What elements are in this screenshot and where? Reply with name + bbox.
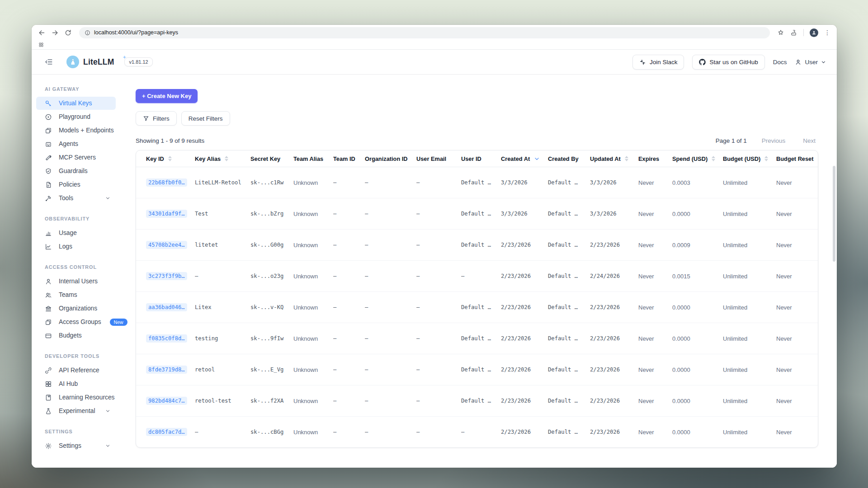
credit-card-icon: [45, 332, 52, 339]
address-bar[interactable]: localhost:4000/ui/?page=api-keys: [79, 27, 770, 38]
sidebar-item-playground[interactable]: Playground: [36, 110, 116, 123]
column-header-key-alias[interactable]: Key Alias: [195, 150, 250, 167]
back-arrow-icon[interactable]: [38, 29, 46, 37]
column-header-spend-usd[interactable]: Spend (USD): [672, 150, 723, 167]
key-id-link[interactable]: 22b68fb0f0…: [146, 178, 187, 187]
cell-organization-id: –: [365, 198, 416, 230]
cell-created-at: 2/23/2026: [501, 385, 548, 417]
sidebar-item-mcp-servers[interactable]: MCP Servers: [36, 151, 116, 164]
key-id-link[interactable]: 982bd484c7…: [146, 397, 187, 405]
cell-user-id: Default …: [461, 323, 501, 354]
sidebar-item-api-reference[interactable]: API Reference: [36, 364, 116, 377]
sidebar-item-experimental[interactable]: Experimental: [36, 404, 116, 418]
docs-link[interactable]: Docs: [773, 59, 787, 66]
sidebar-item-models-endpoints[interactable]: Models + Endpoints: [36, 124, 116, 137]
key-id-link[interactable]: 34301daf9f…: [146, 210, 187, 218]
column-header-updated-at[interactable]: Updated At: [590, 150, 638, 167]
sidebar-item-tools[interactable]: Tools: [36, 192, 116, 205]
star-github-button[interactable]: Star us on GitHub: [692, 55, 764, 70]
scrollbar[interactable]: [833, 166, 835, 262]
cell-key-id: 34301daf9f…: [136, 198, 195, 230]
sidebar-item-label: Virtual Keys: [59, 100, 92, 107]
column-header-key-id[interactable]: Key ID: [136, 150, 195, 167]
column-label: Created At: [501, 155, 530, 162]
cell-created-by: Default …: [548, 261, 590, 292]
cell-team-alias: Unknown: [293, 230, 333, 261]
cell-spend-usd: 0.0000: [672, 354, 723, 385]
reset-filters-button[interactable]: Reset Filters: [181, 111, 230, 126]
key-id-link[interactable]: aa36bad046…: [146, 303, 187, 311]
sidebar-item-guardrails[interactable]: Guardrails: [36, 164, 116, 178]
sort-carets-icon: [625, 154, 628, 163]
extensions-icon[interactable]: [790, 29, 797, 36]
apps-grid-icon[interactable]: [38, 42, 44, 47]
key-id-link[interactable]: f0835c0f8d…: [146, 334, 187, 343]
file-icon: [45, 181, 52, 188]
cell-expires: Never: [638, 261, 672, 292]
forward-arrow-icon[interactable]: [51, 29, 59, 37]
sidebar-item-settings[interactable]: Settings: [36, 439, 116, 452]
chevron-down-icon: [821, 60, 826, 65]
sidebar-item-label: Settings: [59, 442, 81, 449]
sidebar-item-budgets[interactable]: Budgets: [36, 329, 116, 342]
sparkle-icon: [122, 55, 127, 61]
sidebar-item-access-groups[interactable]: Access GroupsNew: [36, 315, 116, 328]
cell-expires: Never: [638, 417, 672, 448]
column-header-team-alias: Team Alias: [293, 150, 333, 167]
cell-secret-key: sk-...o23g: [250, 261, 293, 292]
sidebar-item-policies[interactable]: Policies: [36, 178, 116, 191]
cell-created-by: Default …: [548, 198, 590, 230]
toolbar-divider: [803, 29, 804, 36]
cell-spend-usd: 0.0000: [672, 417, 723, 448]
site-info-icon[interactable]: [85, 30, 90, 36]
user-menu[interactable]: User: [795, 59, 826, 66]
key-id-link[interactable]: 8fde3719d8…: [146, 366, 187, 374]
sidebar-item-internal-users[interactable]: Internal Users: [36, 275, 116, 288]
column-header-created-at[interactable]: Created At: [501, 150, 548, 167]
bookmark-star-icon[interactable]: [777, 29, 784, 36]
sort-carets-icon: [764, 154, 768, 163]
key-id-link[interactable]: 45708b2ee4…: [146, 241, 187, 249]
sidebar-collapse-icon[interactable]: [45, 58, 53, 66]
sidebar-item-teams[interactable]: Teams: [36, 288, 116, 301]
cell-created-at: 2/23/2026: [501, 292, 548, 323]
sidebar-item-usage[interactable]: Usage: [36, 226, 116, 239]
cell-budget-usd: Unlimited: [723, 198, 776, 230]
sidebar-item-ai-hub[interactable]: AI Hub: [36, 377, 116, 390]
column-header-team-id: Team ID: [333, 150, 365, 167]
browser-toolbar: localhost:4000/ui/?page=api-keys ⋮: [32, 25, 837, 40]
funnel-icon: [143, 115, 149, 122]
cell-organization-id: –: [365, 417, 416, 448]
column-header-budget-usd[interactable]: Budget (USD): [723, 150, 776, 167]
sidebar-item-agents[interactable]: Agents: [36, 137, 116, 150]
reload-icon[interactable]: [64, 29, 72, 37]
browser-profile-avatar[interactable]: [810, 28, 818, 37]
sidebar-item-learning-resources[interactable]: Learning Resources: [36, 391, 116, 404]
join-slack-button[interactable]: Join Slack: [632, 55, 684, 70]
cell-updated-at: 2/23/2026: [590, 417, 638, 448]
cell-organization-id: –: [365, 167, 416, 198]
sidebar-item-organizations[interactable]: Organizations: [36, 302, 116, 315]
star-github-label: Star us on GitHub: [709, 59, 758, 66]
key-id-link[interactable]: 3c273f3f9b…: [146, 272, 187, 280]
cell-user-email: –: [416, 261, 461, 292]
key-id-link[interactable]: dc805fac7d…: [146, 428, 187, 436]
cell-created-at: 3/3/2026: [501, 198, 548, 230]
cell-key-alias: retool-test: [195, 385, 250, 417]
previous-page-button[interactable]: Previous: [759, 137, 788, 145]
cell-team-id: –: [333, 354, 365, 385]
cell-created-at: 2/23/2026: [501, 230, 548, 261]
column-label: Team Alias: [293, 155, 323, 162]
filters-button[interactable]: Filters: [136, 111, 177, 126]
cell-key-alias: Test: [195, 198, 250, 230]
cell-expires: Never: [638, 385, 672, 417]
create-new-key-button[interactable]: + Create New Key: [136, 89, 198, 103]
gear-icon: [45, 442, 52, 450]
cell-updated-at: 2/24/2026: [590, 261, 638, 292]
sidebar-item-virtual-keys[interactable]: Virtual Keys: [36, 97, 116, 110]
sidebar-item-logs[interactable]: Logs: [36, 240, 116, 253]
sidebar-section-title: OBSERVABILITY: [32, 216, 136, 221]
next-page-button[interactable]: Next: [800, 137, 818, 145]
table-row: dc805fac7d…–sk-...cBGgUnknown––––2/23/20…: [136, 417, 818, 448]
browser-menu-icon[interactable]: ⋮: [824, 29, 830, 36]
